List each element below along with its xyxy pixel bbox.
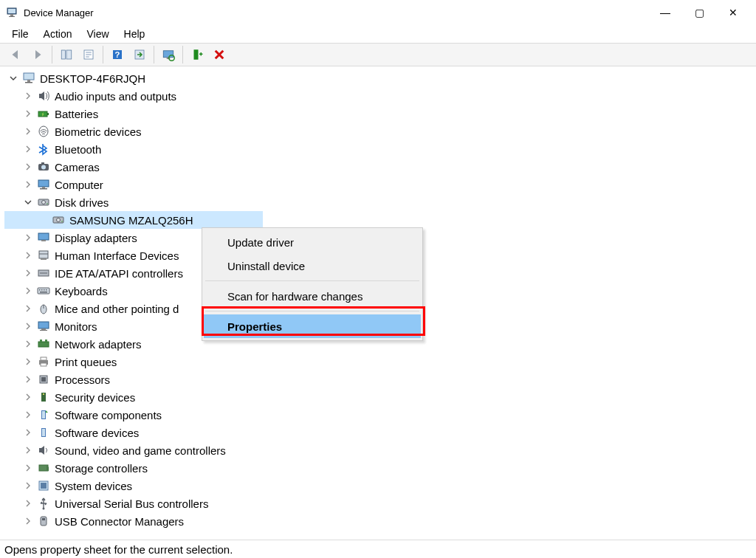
- svg-rect-39: [39, 251, 48, 258]
- tree-category-label: Batteries: [53, 108, 100, 120]
- tree-device[interactable]: SAMSUNG MZALQ256H: [4, 211, 263, 229]
- expander-icon[interactable]: [22, 373, 34, 385]
- expander-icon[interactable]: [22, 179, 34, 190]
- keyboard-icon: [37, 284, 50, 297]
- back-button[interactable]: [4, 45, 27, 64]
- expander-icon[interactable]: [22, 125, 34, 137]
- properties-button[interactable]: [78, 45, 100, 64]
- tree-category[interactable]: Biometric devices: [4, 123, 756, 140]
- tree-category-label: Cameras: [53, 161, 101, 173]
- uninstall-button[interactable]: [208, 45, 230, 64]
- tree-category[interactable]: Cameras: [4, 158, 756, 176]
- tree-category-label: Bluetooth: [53, 143, 103, 156]
- expander-icon[interactable]: [22, 515, 34, 527]
- help-button[interactable]: ?: [106, 45, 128, 64]
- expander-icon[interactable]: [22, 267, 34, 279]
- minimize-button[interactable]: —: [648, 1, 682, 24]
- maximize-button[interactable]: ▢: [682, 1, 716, 24]
- tree-category[interactable]: USB Connector Managers: [4, 512, 756, 530]
- svg-rect-62: [41, 377, 46, 382]
- svg-rect-27: [41, 162, 44, 164]
- tree-category[interactable]: Software devices: [4, 424, 756, 441]
- security-icon: [37, 390, 50, 404]
- svg-rect-73: [41, 517, 47, 526]
- system-icon: [37, 479, 50, 492]
- expander-icon[interactable]: [22, 497, 34, 509]
- tree-category[interactable]: Disk drives: [4, 193, 756, 211]
- menu-view[interactable]: View: [79, 27, 116, 41]
- expander-icon[interactable]: [22, 196, 34, 208]
- tree-device-label: SAMSUNG MZALQ256H: [68, 214, 195, 227]
- tree-category[interactable]: Sound, video and game controllers: [4, 441, 756, 459]
- show-hide-tree-button[interactable]: [55, 45, 78, 64]
- svg-rect-19: [24, 73, 34, 80]
- svg-rect-29: [42, 187, 45, 188]
- expander-icon[interactable]: [22, 303, 34, 314]
- svg-text:?: ?: [115, 50, 120, 59]
- minimize-icon: —: [660, 7, 670, 18]
- action-button[interactable]: [128, 45, 151, 64]
- status-bar: Opens property sheet for the current sel…: [0, 540, 756, 558]
- usb-icon: [37, 497, 50, 510]
- context-menu-item[interactable]: Properties: [204, 314, 421, 338]
- app-icon: [6, 7, 18, 18]
- expander-icon[interactable]: [22, 249, 34, 261]
- tree-category[interactable]: Batteries: [4, 105, 756, 123]
- expander-icon[interactable]: [22, 108, 34, 120]
- tree-category-label: Mice and other pointing d: [53, 303, 180, 315]
- menu-action[interactable]: Action: [36, 27, 80, 41]
- expander-icon[interactable]: [22, 356, 34, 368]
- expander-icon[interactable]: [22, 427, 34, 438]
- expander-icon[interactable]: [22, 232, 34, 244]
- tree-category[interactable]: Universal Serial Bus controllers: [4, 495, 756, 512]
- svg-rect-13: [163, 51, 173, 58]
- expander-icon[interactable]: [22, 444, 34, 456]
- mouse-icon: [37, 302, 50, 315]
- tree-category[interactable]: Security devices: [4, 388, 756, 406]
- expander-icon[interactable]: [22, 90, 34, 102]
- tree-category[interactable]: Software components: [4, 406, 756, 424]
- tree-category[interactable]: Computer: [4, 176, 756, 193]
- context-menu-item[interactable]: Scan for hardware changes: [204, 284, 421, 308]
- svg-rect-2: [10, 14, 13, 16]
- tree-root[interactable]: DESKTOP-4F6RJQH: [4, 69, 756, 87]
- tree-category[interactable]: Processors: [4, 371, 756, 388]
- tree-category[interactable]: Storage controllers: [4, 459, 756, 477]
- expander-icon[interactable]: [22, 462, 34, 474]
- close-button[interactable]: ✕: [716, 1, 750, 24]
- display-icon: [37, 231, 50, 244]
- swcomp-icon: [37, 408, 50, 421]
- svg-point-33: [47, 203, 48, 204]
- toolbar-separator: [52, 46, 52, 63]
- expander-icon[interactable]: [7, 72, 19, 84]
- forward-button[interactable]: [27, 45, 49, 64]
- menu-help[interactable]: Help: [117, 27, 153, 41]
- tree-category[interactable]: Print queues: [4, 353, 756, 371]
- expander-icon[interactable]: [22, 143, 34, 155]
- tree-category[interactable]: Audio inputs and outputs: [4, 87, 756, 105]
- context-menu-item[interactable]: Update driver: [204, 230, 421, 254]
- expander-icon[interactable]: [22, 285, 34, 297]
- expander-icon[interactable]: [22, 480, 34, 492]
- expander-icon[interactable]: [22, 320, 34, 332]
- svg-rect-49: [40, 292, 47, 293]
- tree-category[interactable]: System devices: [4, 477, 756, 495]
- svg-rect-55: [38, 342, 49, 347]
- add-legacy-button[interactable]: [186, 45, 208, 64]
- svg-rect-28: [38, 180, 49, 187]
- scan-hardware-button[interactable]: [157, 45, 179, 64]
- menu-file[interactable]: File: [4, 27, 36, 41]
- svg-rect-21: [25, 82, 32, 83]
- expander-icon[interactable]: [22, 391, 34, 403]
- context-menu-item[interactable]: Uninstall device: [204, 254, 421, 278]
- tree-root-label: DESKTOP-4F6RJQH: [38, 72, 147, 85]
- svg-point-36: [61, 221, 63, 222]
- expander-icon[interactable]: [22, 338, 34, 350]
- svg-rect-40: [41, 258, 47, 260]
- expander-icon[interactable]: [22, 409, 34, 421]
- svg-rect-56: [40, 340, 42, 342]
- storage-icon: [37, 461, 50, 475]
- computer-icon: [37, 178, 50, 191]
- tree-category[interactable]: Bluetooth: [4, 140, 756, 158]
- expander-icon[interactable]: [22, 161, 34, 173]
